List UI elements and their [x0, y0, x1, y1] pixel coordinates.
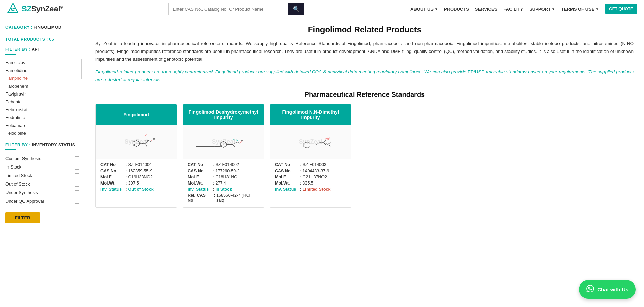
- inventory-under-qc[interactable]: Under QC Approval: [5, 197, 79, 205]
- api-list: Famciclovir Famotidine Fampridine Farope…: [5, 59, 79, 137]
- info-label-molf: Mol.F.: [100, 175, 124, 179]
- category-section: CATEGORY : FINGOLIMOD: [5, 25, 79, 32]
- filter-api-section: FILTER BY : API Famciclovir Famotidine F…: [5, 47, 79, 137]
- inventory-limited-stock[interactable]: Limited Stock: [5, 171, 79, 180]
- api-item-favipiravir[interactable]: Favipiravir: [5, 90, 79, 98]
- info-molwt-2: Mol.Wt. : 277.4: [188, 181, 259, 186]
- api-item-felbamate[interactable]: Felbamate: [5, 121, 79, 129]
- section-title: Pharmaceutical Reference Standards: [95, 91, 634, 99]
- api-item-faropenem[interactable]: Faropenem: [5, 82, 79, 90]
- product-card-image-1: SynZeal O H: [96, 125, 177, 159]
- product-card-info-3: CAT No : SZ-F014003 CAS No : 1404433-87-…: [270, 159, 351, 196]
- info-label-cat-2: CAT No: [188, 162, 211, 167]
- molecule-svg-3: HO N OH: [274, 127, 347, 157]
- info-molf-2: Mol.F. : C18H31NO: [188, 175, 259, 179]
- chevron-down-icon: ▼: [552, 7, 555, 11]
- search-input[interactable]: [168, 3, 288, 15]
- info-value-cat-2: SZ-F014002: [215, 162, 239, 167]
- svg-line-6: [133, 143, 136, 145]
- inventory-custom-synthesis[interactable]: Custom Synthesis: [5, 154, 79, 163]
- checkbox-under-qc[interactable]: [75, 199, 79, 204]
- chat-with-us-button[interactable]: Chat with Us: [579, 280, 636, 299]
- molecule-svg-2: O H NH₂: [187, 127, 260, 157]
- info-label-cas: CAS No: [100, 169, 124, 173]
- svg-line-27: [233, 144, 235, 147]
- nav-about-us[interactable]: ABOUT US ▼: [410, 6, 438, 12]
- svg-text:H: H: [241, 139, 243, 142]
- checkbox-in-stock[interactable]: [75, 165, 79, 170]
- header: SZ SZSynZeal® 🔍 ABOUT US ▼ PRODUCTS SERV…: [0, 0, 644, 18]
- ep-usp-link[interactable]: EP/USP: [468, 69, 485, 74]
- svg-line-23: [233, 142, 237, 144]
- info-inv-3: Inv. Status : Limited Stock: [275, 187, 346, 192]
- api-item-famciclovir[interactable]: Famciclovir: [5, 59, 79, 67]
- logo-icon: SZ: [7, 3, 19, 15]
- info-label-molwt: Mol.Wt.: [100, 181, 124, 186]
- inventory-in-stock[interactable]: In Stock: [5, 163, 79, 171]
- api-item-febantel[interactable]: Febantel: [5, 98, 79, 106]
- info-label-cas-2: CAS No: [188, 169, 211, 173]
- api-item-febuxostat[interactable]: Febuxostat: [5, 106, 79, 114]
- api-item-fedratinib[interactable]: Fedratinib: [5, 114, 79, 121]
- info-label-molwt-2: Mol.Wt.: [188, 181, 211, 186]
- info-inv-2: Inv. Status : In Stock: [188, 187, 259, 192]
- info-label-cas-3: CAS No: [275, 169, 299, 173]
- checkbox-limited-stock[interactable]: [75, 173, 79, 178]
- total-products: TOTAL PRODUCTS : 65: [5, 36, 79, 42]
- product-card-header-2: Fingolimod Deshydroxymethyl Impurity: [183, 104, 264, 125]
- product-card-fingolimod[interactable]: Fingolimod SynZeal: [95, 104, 177, 208]
- product-card-dimethyl[interactable]: Fingolimod N,N-Dimethyl Impurity SynZeal: [270, 104, 351, 208]
- products-grid: Fingolimod SynZeal: [95, 104, 634, 208]
- inventory-out-of-stock[interactable]: Out of Stock: [5, 180, 79, 188]
- api-item-felodipine[interactable]: Felodipine: [5, 129, 79, 137]
- molecule-svg-1: O H NH OH: [100, 127, 173, 157]
- info-value-relcas-2: 168560-42-7 (HCl salt): [216, 193, 259, 203]
- api-item-famotidine[interactable]: Famotidine: [5, 67, 79, 74]
- info-relcas-2: Rel. CAS No : 168560-42-7 (HCl salt): [188, 193, 259, 203]
- nav-terms[interactable]: TERMS OF USE ▼: [561, 6, 599, 12]
- inventory-under-synthesis[interactable]: Under Synthesis: [5, 188, 79, 197]
- svg-line-41: [328, 142, 331, 144]
- info-value-molwt-2: 277.4: [215, 181, 226, 186]
- chevron-down-icon: ▼: [595, 7, 599, 11]
- info-value-cat-1: SZ-F014001: [128, 162, 152, 167]
- nav-support[interactable]: SUPPORT ▼: [529, 6, 555, 12]
- svg-text:O: O: [151, 139, 153, 142]
- nav-facility[interactable]: FACILITY: [503, 6, 523, 12]
- info-label-inv-1: Inv. Status: [100, 187, 124, 192]
- nav-services[interactable]: SERVICES: [475, 6, 498, 12]
- svg-text:NH₂: NH₂: [233, 138, 238, 141]
- info-value-inv-1: Out of Stock: [128, 187, 153, 192]
- search-area: 🔍: [168, 3, 304, 15]
- api-item-fampridine[interactable]: Fampridine: [5, 74, 79, 82]
- info-label-relcas: Rel. CAS No: [188, 193, 213, 203]
- logo-area[interactable]: SZ SZSynZeal®: [7, 3, 63, 15]
- info-value-cat-3: SZ-F014003: [302, 162, 326, 167]
- info-label-molf-2: Mol.F.: [188, 175, 211, 179]
- filter-inventory-divider: [5, 149, 16, 150]
- category-label: CATEGORY : FINGOLIMOD: [5, 25, 79, 30]
- filter-api-divider: [5, 54, 16, 55]
- filter-button[interactable]: FILTER: [5, 212, 40, 223]
- logo-text: SZSynZeal®: [22, 4, 63, 13]
- search-button[interactable]: 🔍: [288, 3, 304, 15]
- info-label-molwt-3: Mol.Wt.: [275, 181, 299, 186]
- inventory-list: Custom Synthesis In Stock Limited Stock …: [5, 154, 79, 205]
- svg-text:OH: OH: [328, 136, 331, 140]
- product-card-deshydroxy[interactable]: Fingolimod Deshydroxymethyl Impurity Syn…: [183, 104, 264, 208]
- info-value-molwt-1: 307.5: [128, 181, 139, 186]
- info-molwt-1: Mol.Wt. : 307.5: [100, 181, 172, 186]
- checkbox-custom-synthesis[interactable]: [75, 156, 79, 161]
- checkbox-under-synthesis[interactable]: [75, 190, 79, 195]
- info-molwt-3: Mol.Wt. : 335.5: [275, 181, 346, 186]
- svg-line-35: [316, 142, 319, 145]
- info-value-molf-1: C19H33NO2: [128, 175, 153, 179]
- info-label-inv-2: Inv. Status: [188, 187, 211, 192]
- get-quote-button[interactable]: GET QUOTE: [605, 4, 637, 14]
- checkbox-out-of-stock[interactable]: [75, 182, 79, 187]
- info-cas-2: CAS No : 177260-59-2: [188, 169, 259, 173]
- nav-products[interactable]: PRODUCTS: [444, 6, 469, 12]
- product-card-image-3: SynZeal HO N: [270, 125, 351, 159]
- info-value-inv-2: In Stock: [215, 187, 232, 192]
- scrollbar[interactable]: [81, 59, 82, 79]
